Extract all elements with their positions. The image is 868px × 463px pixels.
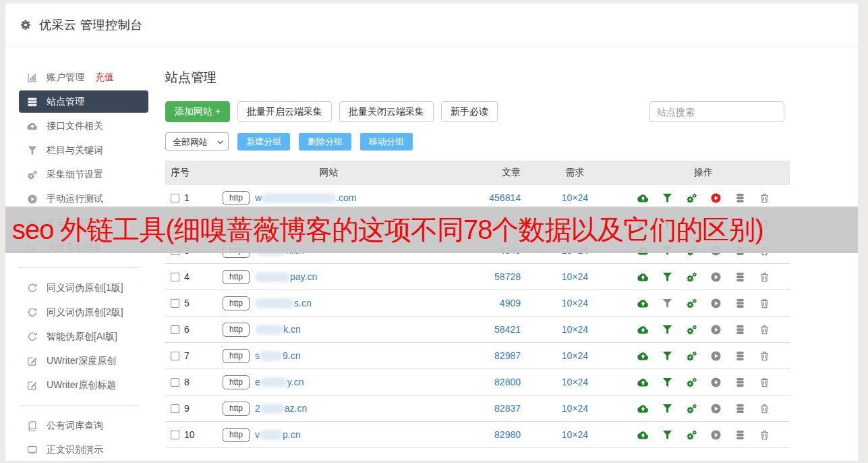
row-checkbox[interactable] bbox=[171, 431, 179, 439]
trash-icon[interactable] bbox=[759, 271, 770, 283]
sidebar-item-站点管理[interactable]: 站点管理 bbox=[19, 90, 148, 113]
database-icon[interactable] bbox=[734, 298, 746, 309]
site-link[interactable]: vp.cn bbox=[255, 429, 300, 440]
move-group-button[interactable]: 移动分组 bbox=[360, 133, 413, 151]
filter-icon[interactable] bbox=[662, 350, 673, 362]
filter-icon[interactable] bbox=[662, 324, 673, 335]
cloud-upload-icon[interactable] bbox=[637, 324, 649, 335]
cloud-upload-icon[interactable] bbox=[637, 350, 649, 362]
site-link[interactable]: s9.cn bbox=[255, 350, 300, 361]
filter-icon[interactable] bbox=[662, 192, 673, 204]
database-icon[interactable] bbox=[734, 403, 746, 414]
sidebar-item-采集细节设置[interactable]: 采集细节设置 bbox=[19, 163, 148, 186]
batch-open-button[interactable]: 批量开启云端采集 bbox=[237, 101, 332, 122]
play-icon[interactable] bbox=[710, 377, 722, 388]
add-site-button[interactable]: 添加网站 + bbox=[165, 101, 230, 122]
gears-icon[interactable] bbox=[686, 403, 697, 414]
database-icon[interactable] bbox=[734, 271, 746, 283]
sidebar-item-公有词库查询[interactable]: 公有词库查询 bbox=[19, 414, 148, 437]
gears-icon[interactable] bbox=[686, 192, 697, 204]
filter-icon[interactable] bbox=[662, 377, 673, 388]
sidebar-item-UWriter原创标题[interactable]: UWriter原创标题 bbox=[19, 374, 148, 396]
cloud-upload-icon[interactable] bbox=[637, 298, 649, 309]
row-checkbox[interactable] bbox=[171, 299, 179, 308]
database-icon[interactable] bbox=[734, 192, 746, 204]
gears-icon[interactable] bbox=[686, 271, 697, 283]
batch-close-button[interactable]: 批量关闭云端采集 bbox=[339, 101, 434, 122]
trash-icon[interactable] bbox=[759, 298, 770, 309]
cloud-upload-icon[interactable] bbox=[637, 429, 649, 441]
articles-count-link[interactable]: 456814 bbox=[489, 192, 521, 203]
articles-count-link[interactable]: 82800 bbox=[494, 377, 521, 387]
articles-count-link[interactable]: 58728 bbox=[494, 271, 521, 282]
site-link[interactable]: pay.cn bbox=[255, 271, 317, 282]
delete-group-button[interactable]: 删除分组 bbox=[299, 133, 351, 151]
recharge-link[interactable]: 充值 bbox=[95, 72, 114, 84]
articles-count-link[interactable]: 58421 bbox=[494, 324, 521, 335]
articles-count-link[interactable]: 4909 bbox=[500, 298, 521, 308]
site-link[interactable]: ey.cn bbox=[255, 377, 303, 387]
row-checkbox[interactable] bbox=[171, 352, 179, 360]
filter-icon[interactable] bbox=[662, 271, 673, 283]
cloud-upload-icon[interactable] bbox=[637, 192, 649, 204]
filter-icon[interactable] bbox=[662, 429, 673, 441]
cloud-upload-icon[interactable] bbox=[637, 403, 649, 414]
newbie-guide-button[interactable]: 新手必读 bbox=[441, 101, 498, 122]
play-icon[interactable] bbox=[710, 298, 722, 309]
table-row: 9http2az.cn8283710×24 bbox=[165, 396, 790, 422]
sidebar-item-同义词伪原创2版[interactable]: 同义词伪原创[2版] bbox=[19, 301, 148, 323]
database-icon[interactable] bbox=[734, 429, 746, 441]
site-search-input[interactable] bbox=[649, 101, 784, 122]
filter-icon[interactable] bbox=[662, 403, 673, 414]
trash-icon[interactable] bbox=[759, 192, 770, 204]
trash-icon[interactable] bbox=[759, 324, 770, 335]
http-scheme-badge: http bbox=[223, 296, 250, 310]
articles-count-link[interactable]: 82837 bbox=[494, 403, 521, 414]
row-checkbox[interactable] bbox=[171, 273, 179, 281]
col-header-demand: 需求 bbox=[533, 167, 617, 179]
row-checkbox[interactable] bbox=[171, 325, 179, 334]
sidebar-item-智能伪原创AI版[interactable]: 智能伪原创[AI版] bbox=[19, 325, 148, 348]
site-link[interactable]: k.cn bbox=[255, 324, 301, 335]
cloud-upload-icon[interactable] bbox=[637, 271, 649, 283]
play-icon[interactable] bbox=[710, 429, 722, 441]
filter-icon[interactable] bbox=[662, 298, 673, 309]
gears-icon[interactable] bbox=[686, 429, 697, 441]
gears-icon[interactable] bbox=[686, 324, 697, 335]
site-link[interactable]: 2az.cn bbox=[255, 403, 307, 414]
site-cell: httppay.cn bbox=[223, 270, 435, 284]
database-icon[interactable] bbox=[734, 350, 746, 362]
play-icon[interactable] bbox=[710, 271, 722, 283]
play-icon[interactable] bbox=[710, 324, 722, 335]
database-icon[interactable] bbox=[734, 324, 746, 335]
play-icon[interactable] bbox=[710, 192, 722, 204]
new-group-button[interactable]: 新建分组 bbox=[237, 133, 290, 151]
row-checkbox[interactable] bbox=[171, 378, 179, 387]
sidebar-item-正文识别演示[interactable]: 正文识别演示 bbox=[19, 439, 148, 461]
sidebar-item-UWriter深度原创[interactable]: UWriter深度原创 bbox=[19, 350, 148, 372]
row-checkbox[interactable] bbox=[171, 194, 179, 202]
gears-icon[interactable] bbox=[686, 350, 697, 362]
trash-icon[interactable] bbox=[759, 429, 770, 441]
gears-icon[interactable] bbox=[686, 298, 697, 309]
http-scheme-badge: http bbox=[223, 402, 250, 416]
sidebar-item-接口文件相关[interactable]: 接口文件相关 bbox=[19, 115, 148, 137]
group-filter-select[interactable]: 全部网站 bbox=[165, 132, 229, 151]
trash-icon[interactable] bbox=[759, 377, 770, 388]
col-header-actions: 操作 bbox=[617, 167, 790, 179]
cloud-upload-icon[interactable] bbox=[637, 377, 649, 388]
site-link[interactable]: s.cn bbox=[255, 298, 312, 308]
play-icon[interactable] bbox=[710, 350, 722, 362]
database-icon[interactable] bbox=[734, 377, 746, 388]
gears-icon[interactable] bbox=[686, 377, 697, 388]
trash-icon[interactable] bbox=[759, 403, 770, 414]
trash-icon[interactable] bbox=[759, 350, 770, 362]
sidebar-item-同义词伪原创1版[interactable]: 同义词伪原创[1版] bbox=[19, 277, 148, 299]
site-link[interactable]: w.com bbox=[255, 192, 356, 203]
sidebar-item-栏目与关键词[interactable]: 栏目与关键词 bbox=[19, 139, 148, 161]
row-checkbox[interactable] bbox=[171, 404, 179, 413]
articles-count-link[interactable]: 82987 bbox=[494, 350, 521, 361]
play-icon[interactable] bbox=[710, 403, 722, 414]
sidebar-item-账户管理[interactable]: 账户管理充值 bbox=[19, 66, 148, 88]
articles-count-link[interactable]: 82980 bbox=[494, 429, 521, 440]
